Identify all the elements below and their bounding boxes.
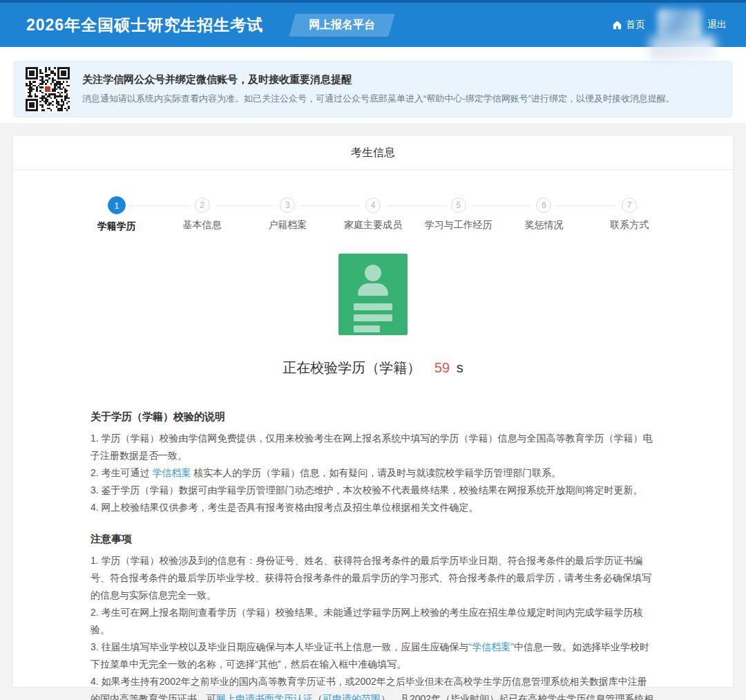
step-label: 奖惩情况 [524, 219, 563, 231]
qr-code-svg [26, 67, 70, 111]
step-3-户籍档案[interactable]: 3户籍档案 [245, 198, 330, 233]
countdown-seconds: 59 [425, 360, 452, 375]
step-2-基本信息[interactable]: 2基本信息 [160, 198, 245, 233]
step-5-学习与工作经历[interactable]: 5学习与工作经历 [416, 198, 501, 233]
note-text: 2. 考生可在网上报名期间查看学历（学籍）校验结果。未能通过学籍学历网上校验的考… [90, 607, 643, 635]
text-link[interactable]: “学信档案” [469, 641, 514, 652]
section-heading-attention: 注意事项 [90, 533, 656, 546]
step-number: 3 [280, 198, 295, 213]
platform-badge: 网上报名平台 [289, 14, 394, 37]
candidate-info-panel: 考生信息 1学籍学历2基本信息3户籍档案4家庭主要成员5学习与工作经历6奖惩情况… [12, 135, 734, 688]
person-head-shape [365, 265, 381, 281]
card-line [354, 303, 392, 310]
step-7-联系方式[interactable]: 7联系方式 [586, 198, 672, 233]
step-label: 基本信息 [183, 219, 222, 231]
step-label: 学习与工作经历 [425, 219, 492, 231]
step-number: 2 [195, 198, 210, 213]
notice-bar: 关注学信网公众号并绑定微信账号，及时接收重要消息提醒 消息通知请以系统内实际查看… [14, 61, 732, 117]
step-label: 户籍档案 [268, 219, 307, 231]
note-text: 核实本人的学历（学籍）信息，如有疑问，请及时与就读院校学籍学历管理部门联系。 [191, 467, 561, 478]
notice-text-block: 关注学信网公众号并绑定微信账号，及时接收重要消息提醒 消息通知请以系统内实际查看… [82, 73, 675, 105]
card-line [354, 314, 392, 321]
step-6-奖惩情况[interactable]: 6奖惩情况 [501, 198, 587, 233]
note-line: 4. 如果考生持有2002年之前毕业的国内高等教育学历证书，或2002年之后毕业… [90, 673, 656, 700]
platform-badge-label: 网上报名平台 [309, 18, 375, 32]
step-label: 学籍学历 [97, 220, 136, 233]
note-text: 3. 往届生填写毕业学校以及毕业日期应确保与本人毕业证书上信息一致，应届生应确保… [90, 641, 469, 652]
notice-description: 消息通知请以系统内实际查看内容为准。如已关注公众号，可通过公众号底部菜单进入“帮… [82, 93, 675, 105]
note-text: （ [313, 693, 323, 700]
step-number: 5 [451, 198, 466, 213]
step-number: 6 [536, 198, 551, 213]
qr-code [26, 67, 70, 111]
id-card-icon [338, 254, 408, 335]
step-4-家庭主要成员[interactable]: 4家庭主要成员 [330, 198, 416, 233]
censored-username-blur [658, 9, 702, 38]
note-line: 1. 学历（学籍）校验涉及到的信息有：身份证号、姓名、获得符合报考条件的最后学历… [90, 552, 656, 604]
instructions-area: 关于学历（学籍）校验的说明 1. 学历（学籍）校验由学信网免费提供，仅用来校验考… [13, 377, 733, 700]
text-link[interactable]: 网上申请书面学历认证 [216, 693, 313, 700]
note-line: 3. 往届生填写毕业学校以及毕业日期应确保与本人毕业证书上信息一致，应届生应确保… [90, 638, 656, 673]
person-body-shape [358, 283, 388, 296]
attention-notes: 1. 学历（学籍）校验涉及到的信息有：身份证号、姓名、获得符合报考条件的最后学历… [90, 552, 656, 700]
step-number: 4 [365, 198, 381, 213]
note-text: 1. 学历（学籍）校验由学信网免费提供，仅用来校验考生在网上报名系统中填写的学历… [90, 433, 653, 461]
app-title: 2026年全国硕士研究生招生考试 [26, 15, 263, 36]
card-line [354, 325, 380, 332]
section-heading-verification: 关于学历（学籍）校验的说明 [90, 410, 656, 424]
nav-logout[interactable]: 退出 [707, 19, 727, 31]
verification-status: 正在校验学历（学籍） 59 s [13, 359, 733, 377]
note-line: 4. 网上校验结果仅供参考，考生是否具有报考资格由报考点及招生单位根据相关文件确… [90, 499, 656, 516]
censored-watermark-blur [649, 36, 716, 59]
verification-status-label: 正在校验学历（学籍） [283, 360, 421, 375]
note-text: 1. 学历（学籍）校验涉及到的信息有：身份证号、姓名、获得符合报考条件的最后学历… [90, 555, 651, 600]
verification-notes: 1. 学历（学籍）校验由学信网免费提供，仅用来校验考生在网上报名系统中填写的学历… [90, 430, 656, 516]
countdown-unit: s [457, 360, 463, 375]
notice-title: 关注学信网公众号并绑定微信账号，及时接收重要消息提醒 [82, 73, 675, 86]
note-line: 1. 学历（学籍）校验由学信网免费提供，仅用来校验考生在网上报名系统中填写的学历… [90, 430, 656, 464]
nav-logout-label: 退出 [707, 19, 727, 31]
note-line: 2. 考生可通过 学信档案 核实本人的学历（学籍）信息，如有疑问，请及时与就读院… [90, 464, 656, 482]
step-number: 7 [622, 198, 637, 213]
step-number: 1 [108, 196, 126, 214]
page-title: 考生信息 [13, 135, 733, 170]
nav-home-label: 首页 [626, 19, 645, 31]
app-header: 2026年全国硕士研究生招生考试 网上报名平台 首页 退出 [0, 0, 746, 47]
note-line: 3. 鉴于学历（学籍）数据可由学籍学历管理部门动态维护，本次校验不代表最终结果，… [90, 482, 656, 499]
stepper: 1学籍学历2基本信息3户籍档案4家庭主要成员5学习与工作经历6奖惩情况7联系方式 [13, 170, 733, 233]
step-label: 家庭主要成员 [344, 219, 402, 231]
step-label: 联系方式 [610, 219, 649, 231]
note-text: 3. 鉴于学历（学籍）数据可由学籍学历管理部门动态维护，本次校验不代表最终结果，… [90, 484, 643, 495]
nav-home[interactable]: 首页 [612, 19, 645, 31]
step-1-学籍学历[interactable]: 1学籍学历 [74, 198, 160, 233]
note-text: 4. 网上校验结果仅供参考，考生是否具有报考资格由报考点及招生单位根据相关文件确… [90, 502, 479, 513]
note-line: 2. 考生可在网上报名期间查看学历（学籍）校验结果。未能通过学籍学历网上校验的考… [90, 604, 656, 638]
text-link[interactable]: 可申请的范围 [323, 693, 381, 700]
note-text: 2. 考生可通过 [90, 467, 152, 478]
text-link[interactable]: 学信档案 [152, 467, 191, 478]
home-icon [612, 20, 622, 30]
